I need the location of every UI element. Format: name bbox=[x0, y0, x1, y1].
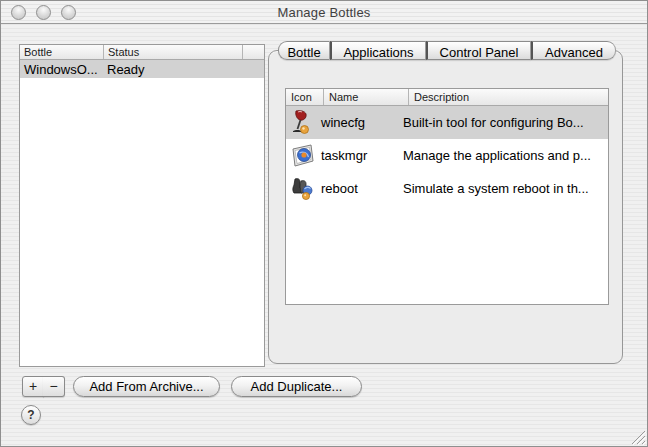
add-from-archive-button[interactable]: Add From Archive... bbox=[73, 376, 220, 397]
column-header-bottle[interactable]: Bottle bbox=[20, 45, 104, 59]
task-manager-icon bbox=[286, 142, 319, 170]
applications-table[interactable]: Icon Name Description winecfg Built-in t… bbox=[285, 88, 609, 305]
column-header-description[interactable]: Description bbox=[409, 89, 608, 105]
window-title: Manage Bottles bbox=[1, 5, 647, 20]
app-name: reboot bbox=[319, 181, 401, 196]
manage-bottles-window: Manage Bottles Bottle Status WindowsO...… bbox=[0, 0, 648, 447]
app-description: Manage the applications and p... bbox=[401, 148, 608, 163]
column-header-name[interactable]: Name bbox=[324, 89, 409, 105]
app-row-reboot[interactable]: reboot Simulate a system reboot in th... bbox=[286, 172, 608, 205]
app-description: Simulate a system reboot in th... bbox=[401, 181, 608, 196]
tab-advanced[interactable]: Advanced bbox=[531, 41, 616, 60]
bottle-list-header: Bottle Status bbox=[20, 45, 264, 60]
tab-bar: Bottle Applications Control Panel Advanc… bbox=[278, 41, 616, 60]
app-row-taskmgr[interactable]: taskmgr Manage the applications and p... bbox=[286, 139, 608, 172]
title-bar[interactable]: Manage Bottles bbox=[1, 1, 647, 24]
tab-control-panel[interactable]: Control Panel bbox=[426, 41, 531, 60]
tab-applications[interactable]: Applications bbox=[330, 41, 426, 60]
tab-bottle[interactable]: Bottle bbox=[278, 41, 330, 60]
column-header-icon[interactable]: Icon bbox=[286, 89, 324, 105]
add-bottle-button[interactable]: + bbox=[22, 376, 44, 397]
app-name: winecfg bbox=[319, 115, 401, 130]
bottle-name-cell: WindowsO... bbox=[20, 62, 103, 77]
add-duplicate-button[interactable]: Add Duplicate... bbox=[231, 376, 362, 397]
resize-grip[interactable] bbox=[628, 428, 646, 445]
applications-table-header: Icon Name Description bbox=[286, 89, 608, 106]
remove-bottle-button[interactable]: − bbox=[43, 376, 65, 397]
column-header-spare bbox=[243, 45, 264, 59]
wine-glass-icon bbox=[286, 109, 319, 137]
app-name: taskmgr bbox=[319, 148, 401, 163]
app-row-winecfg[interactable]: winecfg Built-in tool for configuring Bo… bbox=[286, 106, 608, 139]
bottle-status-cell: Ready bbox=[103, 62, 264, 77]
bottle-row-windowso[interactable]: WindowsO... Ready bbox=[20, 60, 264, 78]
column-header-status[interactable]: Status bbox=[104, 45, 243, 59]
app-description: Built-in tool for configuring Bo... bbox=[401, 115, 608, 130]
help-button[interactable]: ? bbox=[21, 405, 41, 425]
bottle-list[interactable]: Bottle Status WindowsO... Ready bbox=[19, 44, 265, 367]
reboot-boots-icon bbox=[286, 175, 319, 203]
